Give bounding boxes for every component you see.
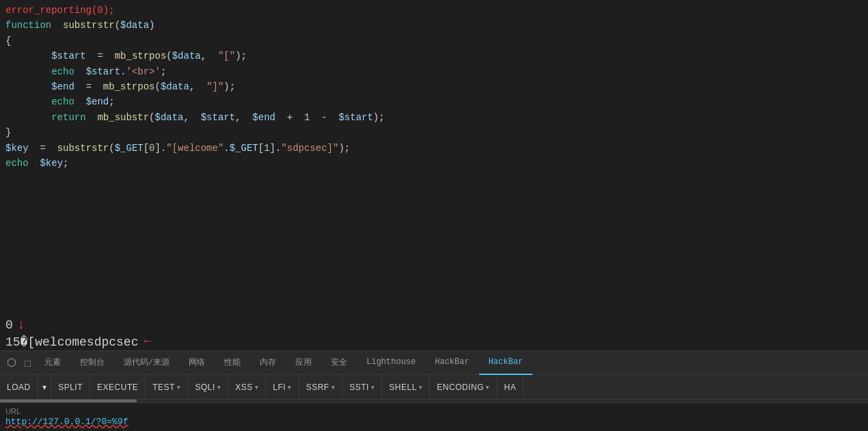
output-area: 0 ↓ 15�[welcomesdpcsec ← [0,313,868,350]
ssti-button[interactable]: SSTI ▾ [342,375,382,400]
code-line: echo $start.'<br>'; [5,64,863,79]
tab-application[interactable]: 应用 [286,350,321,375]
tab-performance[interactable]: 性能 [215,350,250,375]
code-line: echo $end; [5,94,863,109]
test-caret: ▾ [177,384,181,391]
code-line: $end = mb_strpos($data, "]"); [5,79,863,94]
scrollbar-thumb[interactable] [0,400,137,402]
code-line: } [5,125,863,140]
output-result-line: 15�[welcomesdpcsec ← [5,333,863,349]
encoding-button[interactable]: ENCODING ▾ [430,375,497,400]
execute-button[interactable]: EXECUTE [90,375,146,400]
code-line: $key = substrstr($_GET[0]."[welcome".$_G… [5,141,863,156]
devtools-tab-bar: ⬡ ⬚ 元素 控制台 源代码/来源 网络 性能 内存 应用 安全 Lightho… [0,350,868,375]
sqli-button[interactable]: SQLI ▾ [188,375,228,400]
lfi-button[interactable]: LFI ▾ [266,375,299,400]
code-line: $start = mb_strpos($data, "["); [5,48,863,64]
code-line: echo $key; [5,156,863,171]
xss-caret: ▾ [255,384,259,391]
hackbar-toolbar: LOAD ▾ SPLIT EXECUTE TEST ▾ SQLI ▾ XSS ▾… [0,375,868,400]
encoding-caret: ▾ [486,384,490,391]
sqli-caret: ▾ [217,384,221,391]
code-line: { [5,33,863,48]
shell-button[interactable]: SHELL ▾ [382,375,430,400]
code-line: function substrstr($data) [5,18,863,33]
down-arrow-icon: ↓ [17,317,25,333]
output-result-value: 15�[welcomesdpcsec [5,334,138,349]
tab-security[interactable]: 安全 [321,350,357,375]
ssrf-button[interactable]: SSRF ▾ [299,375,343,400]
cursor-icon[interactable]: ⬡ [3,350,21,375]
ssrf-caret: ▾ [331,384,336,391]
ha-button[interactable]: HA [498,375,524,400]
ssti-caret: ▾ [371,384,375,391]
tab-memory[interactable]: 内存 [250,350,286,375]
load-button[interactable]: LOAD [0,375,38,400]
tab-console[interactable]: 控制台 [70,350,114,375]
tab-hackbar2[interactable]: HackBar [479,350,532,375]
url-bar: URL http://127.0.0.1/?0=%9f [0,402,868,431]
test-button[interactable]: TEST ▾ [146,375,188,400]
inspect-icon[interactable]: ⬚ [21,350,35,375]
tab-source[interactable]: 源代码/来源 [114,350,179,375]
tab-elements[interactable]: 元素 [35,350,70,375]
code-line: error_reporting(0); [5,3,863,18]
load-dropdown-button[interactable]: ▾ [38,375,52,400]
shell-caret: ▾ [419,384,423,391]
split-button[interactable]: SPLIT [51,375,90,400]
tab-hackbar1[interactable]: HackBar [425,350,478,375]
url-value[interactable]: http://127.0.0.1/?0=%9f [5,417,863,427]
code-line: return mb_substr($data, $start, $end + 1… [5,110,863,125]
output-zero-value: 0 [5,318,13,332]
xss-button[interactable]: XSS ▾ [228,375,266,400]
scrollbar-track[interactable] [0,400,868,402]
lfi-caret: ▾ [288,384,292,391]
tab-lighthouse[interactable]: Lighthouse [357,350,425,375]
tab-network[interactable]: 网络 [179,350,215,375]
output-zero-line: 0 ↓ [5,317,863,333]
url-label: URL [5,407,863,415]
code-editor: error_reporting(0); function substrstr($… [0,0,868,313]
left-arrow-icon: ← [144,334,151,348]
